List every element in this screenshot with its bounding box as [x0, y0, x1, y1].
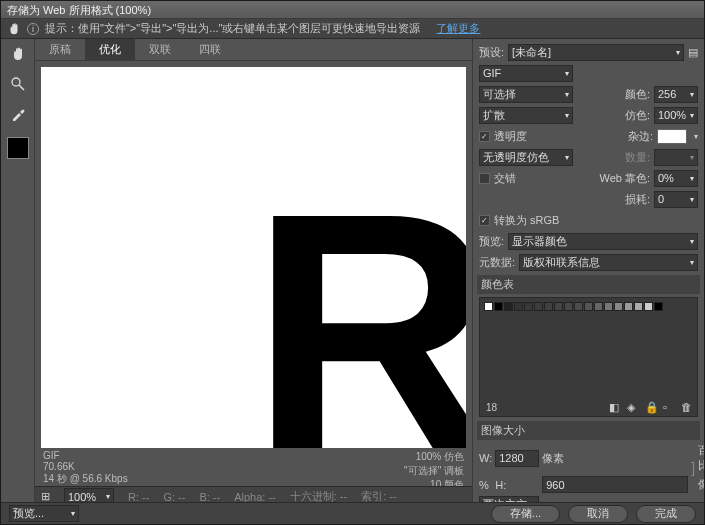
lossy-input[interactable]: 0▾ — [654, 191, 698, 208]
matte-label: 杂边: — [628, 129, 653, 144]
colortable-header: 颜色表 — [477, 275, 700, 294]
color-swatch[interactable] — [634, 302, 643, 311]
status-r: R: -- — [128, 491, 149, 503]
websnap-label: Web 靠色: — [599, 171, 650, 186]
format-select[interactable]: GIF▾ — [479, 65, 573, 82]
px-label-2: 像素 — [698, 477, 704, 492]
dither-info: 100% 仿色 — [404, 450, 464, 464]
w-label: W: — [479, 452, 492, 464]
color-swatch[interactable] — [624, 302, 633, 311]
save-button[interactable]: 存储... — [491, 505, 560, 523]
svg-line-1 — [19, 85, 24, 90]
colors-label: 颜色: — [625, 87, 650, 102]
srgb-checkbox[interactable] — [479, 215, 490, 226]
status-b: B: -- — [199, 491, 220, 503]
color-swatch[interactable] — [544, 302, 553, 311]
hand-tool[interactable] — [7, 43, 29, 65]
preset-label: 预设: — [479, 45, 504, 60]
transparency-label: 透明度 — [494, 129, 527, 144]
status-alpha: Alpha: -- — [234, 491, 276, 503]
dither-select[interactable]: 扩散▾ — [479, 107, 573, 124]
percent-label: 百分比: — [698, 443, 704, 473]
color-swatch[interactable] — [534, 302, 543, 311]
foreground-color[interactable] — [7, 137, 29, 159]
tab-optimized[interactable]: 优化 — [85, 39, 135, 60]
color-swatch[interactable] — [494, 302, 503, 311]
color-swatch[interactable] — [564, 302, 573, 311]
percent-unit: % — [479, 479, 492, 491]
download-time-label: 14 秒 @ 56.6 Kbps — [43, 472, 128, 486]
websnap-input[interactable]: 0%▾ — [654, 170, 698, 187]
preset-menu-icon[interactable]: ▤ — [688, 46, 698, 59]
px-label-1: 像素 — [542, 451, 688, 466]
window-title: 存储为 Web 所用格式 (100%) — [1, 1, 704, 19]
trans-dither-select[interactable]: 无透明度仿色▾ — [479, 149, 573, 166]
imagesize-header: 图像大小 — [477, 421, 700, 440]
dither-input[interactable]: 100%▾ — [654, 107, 698, 124]
dither-label: 仿色: — [625, 108, 650, 123]
preset-select[interactable]: [未命名]▾ — [508, 44, 684, 61]
color-swatch[interactable] — [504, 302, 513, 311]
color-swatch[interactable] — [484, 302, 493, 311]
tab-4up[interactable]: 四联 — [185, 39, 235, 60]
tool-palette — [1, 39, 35, 506]
done-button[interactable]: 完成 — [636, 505, 696, 523]
preview-profile-label: 预览: — [479, 234, 504, 249]
interlaced-label: 交错 — [494, 171, 516, 186]
colortable-count: 18 — [486, 402, 497, 413]
height-input[interactable] — [542, 476, 688, 493]
color-swatch[interactable] — [614, 302, 623, 311]
h-label: H: — [495, 479, 539, 491]
color-swatch[interactable] — [594, 302, 603, 311]
interlaced-checkbox[interactable] — [479, 173, 490, 184]
matte-color[interactable] — [657, 129, 687, 144]
amount-input: ▾ — [654, 149, 698, 166]
color-swatch[interactable] — [554, 302, 563, 311]
ct-sort-icon[interactable]: ◧ — [609, 401, 621, 413]
learn-more-link[interactable]: 了解更多 — [436, 21, 480, 36]
settings-panel: 预设: [未命名]▾ ▤ GIF▾ 可选择▾ 颜色: 256▾ 扩散▾ 仿色: … — [472, 39, 704, 506]
tab-2up[interactable]: 双联 — [135, 39, 185, 60]
zoom-tool[interactable] — [7, 73, 29, 95]
width-input[interactable] — [495, 450, 539, 467]
color-swatch[interactable] — [514, 302, 523, 311]
artwork-content: R — [250, 196, 466, 448]
preview-canvas[interactable]: R — [41, 67, 466, 448]
transparency-checkbox[interactable] — [479, 131, 490, 142]
color-swatch[interactable] — [604, 302, 613, 311]
colors-input[interactable]: 256▾ — [654, 86, 698, 103]
color-swatch[interactable] — [644, 302, 653, 311]
preview-tabs: 原稿 优化 双联 四联 — [35, 39, 472, 61]
ct-delete-icon[interactable]: 🗑 — [681, 401, 693, 413]
reduction-select[interactable]: 可选择▾ — [479, 86, 573, 103]
link-icon[interactable]: ] — [691, 460, 695, 476]
filesize-label: 70.66K — [43, 461, 128, 472]
amount-label: 数量: — [625, 150, 650, 165]
palette-info: "可选择" 调板 — [404, 464, 464, 478]
hand-tool-icon — [7, 22, 21, 36]
srgb-label: 转换为 sRGB — [494, 213, 559, 228]
tip-text: 提示：使用"文件">"导出">"导出为..."或右键单击某个图层可更快速地导出资… — [45, 21, 420, 36]
tab-original[interactable]: 原稿 — [35, 39, 85, 60]
color-swatch[interactable] — [654, 302, 663, 311]
color-table[interactable]: 18 ◧ ◈ 🔒 ▫ 🗑 — [479, 297, 698, 417]
cancel-button[interactable]: 取消 — [568, 505, 628, 523]
format-label: GIF — [43, 450, 128, 461]
ct-lock-icon[interactable]: 🔒 — [645, 401, 657, 413]
eyedropper-tool[interactable] — [7, 103, 29, 125]
status-g: G: -- — [163, 491, 185, 503]
preview-profile-select[interactable]: 显示器颜色▾ — [508, 233, 698, 250]
svg-point-0 — [12, 78, 20, 86]
lossy-label: 损耗: — [625, 192, 650, 207]
preview-browser-button[interactable]: 预览...▾ — [9, 505, 79, 522]
color-swatch[interactable] — [574, 302, 583, 311]
color-swatch[interactable] — [524, 302, 533, 311]
color-swatch[interactable] — [584, 302, 593, 311]
metadata-select[interactable]: 版权和联系信息▾ — [519, 254, 698, 271]
ct-new-icon[interactable]: ▫ — [663, 401, 675, 413]
info-icon: i — [27, 23, 39, 35]
ct-map-icon[interactable]: ◈ — [627, 401, 639, 413]
canvas-area: R — [35, 61, 472, 448]
metadata-label: 元数据: — [479, 255, 515, 270]
